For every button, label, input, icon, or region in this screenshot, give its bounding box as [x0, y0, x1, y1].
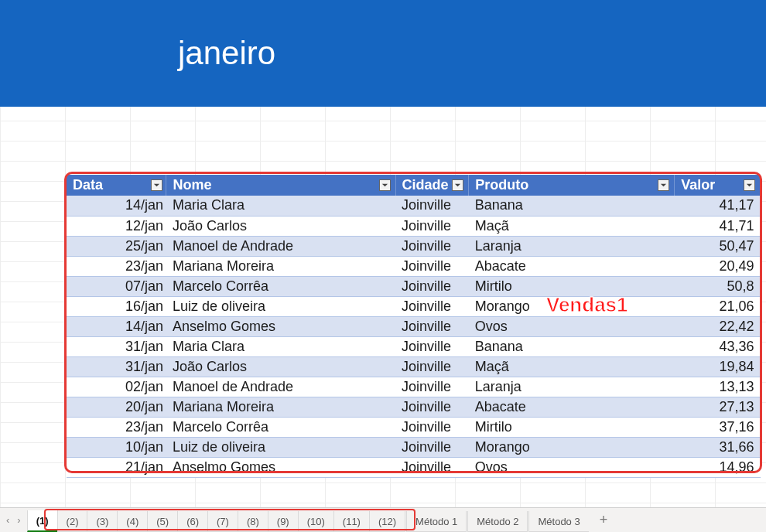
- cell-produto[interactable]: Banana: [469, 196, 675, 216]
- cell-cidade[interactable]: Joinville: [395, 296, 469, 316]
- cell-produto[interactable]: Mirtilo: [469, 276, 675, 296]
- cell-cidade[interactable]: Joinville: [395, 216, 469, 236]
- cell-cidade[interactable]: Joinville: [395, 457, 469, 477]
- cell-nome[interactable]: Luiz de oliveira: [166, 437, 395, 457]
- sheet-tab[interactable]: (12): [369, 511, 405, 532]
- cell-produto[interactable]: Laranja: [469, 377, 675, 397]
- table-row[interactable]: 12/janJoão CarlosJoinvilleMaçã41,71: [67, 216, 761, 236]
- cell-valor[interactable]: 31,66: [675, 437, 761, 457]
- filter-cidade-button[interactable]: [452, 179, 463, 191]
- cell-nome[interactable]: Maria Clara: [166, 196, 395, 216]
- sheet-tab[interactable]: (2): [57, 511, 88, 532]
- table-row[interactable]: 14/janAnselmo GomesJoinvilleOvos22,42: [67, 316, 761, 336]
- add-sheet-button[interactable]: +: [589, 508, 619, 532]
- table-row[interactable]: 31/janJoão CarlosJoinvilleMaçã19,84: [67, 356, 761, 377]
- sheet-tab[interactable]: (4): [117, 511, 148, 532]
- table-row[interactable]: 23/janMarcelo CorrêaJoinvilleMirtilo37,1…: [67, 417, 761, 437]
- table-row[interactable]: 10/janLuiz de oliveiraJoinvilleMorango31…: [67, 437, 761, 457]
- cell-nome[interactable]: Marcelo Corrêa: [166, 417, 395, 437]
- cell-produto[interactable]: Ovos: [469, 316, 675, 336]
- filter-data-button[interactable]: [151, 179, 162, 191]
- table-row[interactable]: 23/janMariana MoreiraJoinvilleAbacate20,…: [67, 256, 761, 276]
- cell-data[interactable]: 25/jan: [67, 236, 166, 256]
- cell-cidade[interactable]: Joinville: [395, 236, 469, 256]
- cell-nome[interactable]: Manoel de Andrade: [166, 377, 395, 397]
- cell-produto[interactable]: Maçã: [469, 216, 675, 236]
- cell-data[interactable]: 12/jan: [67, 216, 166, 236]
- sheet-tab[interactable]: Método 3: [528, 511, 588, 532]
- cell-produto[interactable]: Maçã: [469, 356, 675, 377]
- cell-data[interactable]: 23/jan: [67, 417, 166, 437]
- filter-produto-button[interactable]: [658, 179, 669, 191]
- sheet-tab[interactable]: (5): [147, 511, 178, 532]
- sheet-tab[interactable]: Método 1: [406, 511, 467, 532]
- cell-cidade[interactable]: Joinville: [395, 437, 469, 457]
- cell-data[interactable]: 31/jan: [67, 356, 166, 377]
- table-row[interactable]: 07/janMarcelo CorrêaJoinvilleMirtilo50,8: [67, 276, 761, 296]
- cell-valor[interactable]: 50,8: [675, 276, 761, 296]
- cell-data[interactable]: 31/jan: [67, 336, 166, 356]
- sheet-tab[interactable]: (6): [177, 511, 208, 532]
- table-row[interactable]: 31/janMaria ClaraJoinvilleBanana43,36: [67, 336, 761, 356]
- table-row[interactable]: 21/janAnselmo GomesJoinvilleOvos14,96: [67, 457, 761, 477]
- cell-produto[interactable]: Banana: [469, 336, 675, 356]
- cell-cidade[interactable]: Joinville: [395, 397, 469, 417]
- tab-scroll-prev[interactable]: ‹: [6, 514, 9, 526]
- cell-valor[interactable]: 20,49: [675, 256, 761, 276]
- table-row[interactable]: 20/janMariana MoreiraJoinvilleAbacate27,…: [67, 397, 761, 417]
- cell-nome[interactable]: Marcelo Corrêa: [166, 276, 395, 296]
- table-row[interactable]: 25/janManoel de AndradeJoinvilleLaranja5…: [67, 236, 761, 256]
- cell-valor[interactable]: 14,96: [675, 457, 761, 477]
- cell-cidade[interactable]: Joinville: [395, 276, 469, 296]
- table-row[interactable]: 14/janMaria ClaraJoinvilleBanana41,17: [67, 196, 761, 216]
- cell-data[interactable]: 20/jan: [67, 397, 166, 417]
- cell-produto[interactable]: Laranja: [469, 236, 675, 256]
- cell-valor[interactable]: 37,16: [675, 417, 761, 437]
- sheet-tab[interactable]: (10): [298, 511, 334, 532]
- cell-valor[interactable]: 43,36: [675, 336, 761, 356]
- cell-cidade[interactable]: Joinville: [395, 196, 469, 216]
- cell-valor[interactable]: 27,13: [675, 397, 761, 417]
- cell-data[interactable]: 16/jan: [67, 296, 166, 316]
- cell-valor[interactable]: 19,84: [675, 356, 761, 377]
- cell-cidade[interactable]: Joinville: [395, 256, 469, 276]
- table-row[interactable]: 16/janLuiz de oliveiraJoinvilleMorango21…: [67, 296, 761, 316]
- cell-nome[interactable]: Anselmo Gomes: [166, 457, 395, 477]
- cell-cidade[interactable]: Joinville: [395, 356, 469, 377]
- cell-produto[interactable]: Morango: [469, 296, 675, 316]
- cell-cidade[interactable]: Joinville: [395, 336, 469, 356]
- sheet-tab[interactable]: (11): [333, 511, 370, 532]
- cell-produto[interactable]: Mirtilo: [469, 417, 675, 437]
- cell-nome[interactable]: João Carlos: [166, 216, 395, 236]
- cell-produto[interactable]: Ovos: [469, 457, 675, 477]
- sheet-tab[interactable]: (7): [207, 511, 238, 532]
- sheet-tab[interactable]: (3): [87, 511, 118, 532]
- cell-nome[interactable]: Anselmo Gomes: [166, 316, 395, 336]
- sheet-tab[interactable]: (8): [238, 511, 268, 532]
- cell-valor[interactable]: 50,47: [675, 236, 761, 256]
- sheet-tab[interactable]: Método 2: [467, 511, 528, 532]
- cell-data[interactable]: 21/jan: [67, 457, 166, 477]
- cell-data[interactable]: 14/jan: [67, 196, 166, 216]
- cell-data[interactable]: 23/jan: [67, 256, 166, 276]
- cell-nome[interactable]: Luiz de oliveira: [166, 296, 395, 316]
- cell-valor[interactable]: 21,06: [675, 296, 761, 316]
- cell-produto[interactable]: Abacate: [469, 256, 675, 276]
- filter-nome-button[interactable]: [379, 179, 391, 191]
- sheet-tab[interactable]: (1): [27, 510, 58, 532]
- cell-nome[interactable]: Mariana Moreira: [166, 397, 395, 417]
- table-row[interactable]: 02/janManoel de AndradeJoinvilleLaranja1…: [67, 377, 761, 397]
- filter-valor-button[interactable]: [744, 179, 755, 191]
- cell-cidade[interactable]: Joinville: [395, 377, 469, 397]
- cell-data[interactable]: 02/jan: [67, 377, 166, 397]
- cell-valor[interactable]: 22,42: [675, 316, 761, 336]
- cell-data[interactable]: 07/jan: [67, 276, 166, 296]
- cell-nome[interactable]: João Carlos: [166, 356, 395, 377]
- tab-scroll-next[interactable]: ›: [17, 514, 20, 526]
- cell-nome[interactable]: Mariana Moreira: [166, 256, 395, 276]
- cell-cidade[interactable]: Joinville: [395, 417, 469, 437]
- cell-produto[interactable]: Morango: [469, 437, 675, 457]
- cell-nome[interactable]: Manoel de Andrade: [166, 236, 395, 256]
- cell-data[interactable]: 14/jan: [67, 316, 166, 336]
- cell-valor[interactable]: 41,17: [675, 196, 761, 216]
